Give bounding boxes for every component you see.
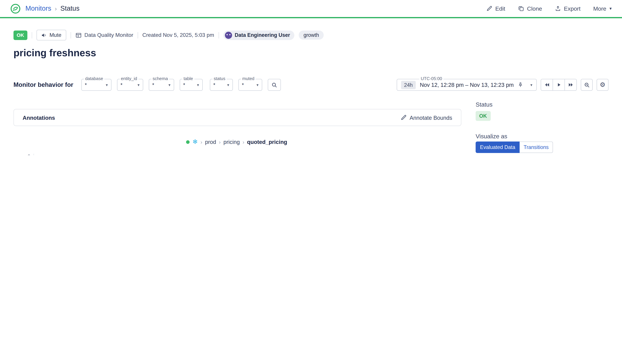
visualize-evaluated-data-tab[interactable]: Evaluated Data — [476, 142, 520, 153]
utc-offset-label: UTC-05:00 — [419, 76, 444, 81]
monitor-status-page: Monitors › Status Edit Clone Export More… — [0, 0, 622, 155]
clone-icon — [518, 6, 524, 12]
filter-status[interactable]: status * ▾ — [210, 79, 233, 91]
snowflake-icon: ❄ — [192, 139, 198, 145]
filter-table-value: * — [183, 82, 185, 88]
visualize-toggle: Evaluated Data Transitions — [476, 142, 553, 153]
filter-muted[interactable]: muted * ▾ — [238, 79, 262, 91]
filter-table[interactable]: table * ▾ — [179, 79, 203, 91]
export-icon — [555, 6, 561, 12]
chevron-down-icon: ▾ — [609, 6, 612, 11]
annotate-bounds-label: Annotate Bounds — [410, 114, 452, 121]
legend-path-database: prod — [205, 139, 216, 145]
chevron-down-icon: ▾ — [137, 83, 139, 87]
more-label: More — [593, 5, 606, 12]
clone-button[interactable]: Clone — [518, 5, 542, 12]
zoom-out-button[interactable] — [581, 79, 593, 91]
legend-separator-icon: › — [200, 139, 202, 145]
breadcrumb: Monitors › Status — [25, 4, 79, 13]
divider — [32, 32, 32, 38]
pencil-icon — [401, 114, 407, 120]
line-chart-svg: 012345615:0018:0021:00Thu 1303:0006:0009… — [12, 151, 461, 155]
chart-legend[interactable]: ❄ › prod › pricing › quoted_pricing — [12, 139, 461, 145]
filter-muted-label: muted — [241, 76, 256, 81]
page-title: pricing freshness — [14, 47, 96, 59]
breadcrumb-separator-icon: › — [55, 5, 57, 12]
visualize-transitions-tab[interactable]: Transitions — [520, 142, 553, 153]
app-logo[interactable] — [10, 3, 21, 14]
time-range-chip[interactable]: 24h — [401, 81, 416, 89]
time-controls: UTC-05:00 24h Nov 12, 12:28 pm – Nov 13,… — [397, 79, 609, 91]
divider — [138, 32, 138, 38]
divider — [218, 32, 219, 38]
filter-entity-id[interactable]: entity_id * ▾ — [117, 79, 143, 91]
annotations-bar: Annotations Annotate Bounds — [14, 109, 461, 126]
annotate-bounds-button[interactable]: Annotate Bounds — [401, 114, 452, 121]
tag-pill-growth[interactable]: growth — [299, 31, 324, 40]
filter-status-label: status — [213, 76, 227, 81]
top-nav: Monitors › Status Edit Clone Export More… — [0, 0, 622, 18]
legend-path-table: quoted_pricing — [247, 139, 287, 145]
more-menu-button[interactable]: More ▾ — [593, 5, 612, 12]
gear-icon: ⚙ — [600, 82, 605, 88]
status-section-label: Status — [476, 101, 492, 108]
series-color-dot — [186, 140, 190, 144]
svg-text:6: 6 — [28, 154, 30, 155]
filter-schema-value: * — [152, 82, 154, 88]
data-quality-monitor-icon — [75, 32, 82, 38]
filter-table-label: table — [182, 76, 194, 81]
filter-entity-id-label: entity_id — [120, 76, 138, 81]
annotations-title: Annotations — [23, 114, 55, 121]
chevron-down-icon: ▾ — [106, 83, 108, 87]
chevron-down-icon[interactable]: ▾ — [530, 83, 532, 87]
settings-button[interactable]: ⚙ — [597, 79, 608, 91]
chevron-down-icon: ▾ — [256, 83, 258, 87]
zoom-out-icon — [584, 82, 590, 88]
legend-separator-icon: › — [243, 139, 244, 145]
search-icon — [271, 82, 277, 88]
monitor-meta-row: OK Mute Data Quality Monitor Created Nov… — [14, 30, 324, 40]
filter-entity-id-value: * — [120, 82, 123, 88]
visualize-as-label: Visualize as — [476, 133, 507, 140]
time-range-picker[interactable]: UTC-05:00 24h Nov 12, 12:28 pm – Nov 13,… — [397, 79, 537, 91]
legend-separator-icon: › — [219, 139, 221, 145]
pin-icon[interactable] — [518, 82, 523, 88]
edit-button[interactable]: Edit — [486, 5, 505, 12]
header-actions: Edit Clone Export More ▾ — [486, 5, 612, 12]
filter-status-value: * — [213, 82, 215, 88]
clone-label: Clone — [527, 5, 542, 12]
status-badge: OK — [14, 30, 27, 40]
chevron-down-icon: ▾ — [168, 83, 170, 87]
divider — [71, 32, 71, 38]
export-button[interactable]: Export — [555, 5, 580, 12]
export-label: Export — [564, 5, 580, 12]
chevron-down-icon: ▾ — [227, 83, 229, 87]
owner-label: Data Engineering User — [235, 32, 290, 38]
filter-schema-label: schema — [152, 76, 169, 81]
monitor-type: Data Quality Monitor — [75, 32, 133, 38]
status-value-badge: OK — [476, 111, 490, 121]
filter-database-value: * — [85, 82, 87, 88]
playback-controls — [541, 79, 577, 91]
owner-pill[interactable]: Data Engineering User — [223, 30, 294, 40]
step-back-button[interactable] — [541, 79, 552, 90]
mute-label: Mute — [50, 32, 61, 38]
step-forward-button[interactable] — [564, 79, 576, 90]
created-date: Created Nov 5, 2025, 5:03 pm — [142, 32, 214, 38]
search-button[interactable] — [268, 79, 281, 91]
filter-muted-value: * — [242, 82, 244, 88]
freshness-chart[interactable]: 012345615:0018:0021:00Thu 1303:0006:0009… — [12, 151, 461, 155]
avatar — [225, 32, 232, 39]
chevron-down-icon: ▾ — [197, 83, 199, 87]
filter-database[interactable]: database * ▾ — [81, 79, 111, 91]
filter-database-label: database — [84, 76, 104, 81]
filter-schema[interactable]: schema * ▾ — [149, 79, 174, 91]
play-button[interactable] — [552, 79, 564, 90]
pencil-icon — [486, 6, 492, 12]
filter-row: Monitor behavior for database * ▾ entity… — [14, 79, 281, 91]
mute-button[interactable]: Mute — [36, 30, 66, 40]
breadcrumb-monitors-link[interactable]: Monitors — [25, 4, 51, 13]
legend-path-schema: pricing — [223, 139, 240, 145]
time-range-value: Nov 12, 12:28 pm – Nov 13, 12:23 pm — [420, 82, 514, 88]
monitor-type-label: Data Quality Monitor — [84, 32, 133, 38]
